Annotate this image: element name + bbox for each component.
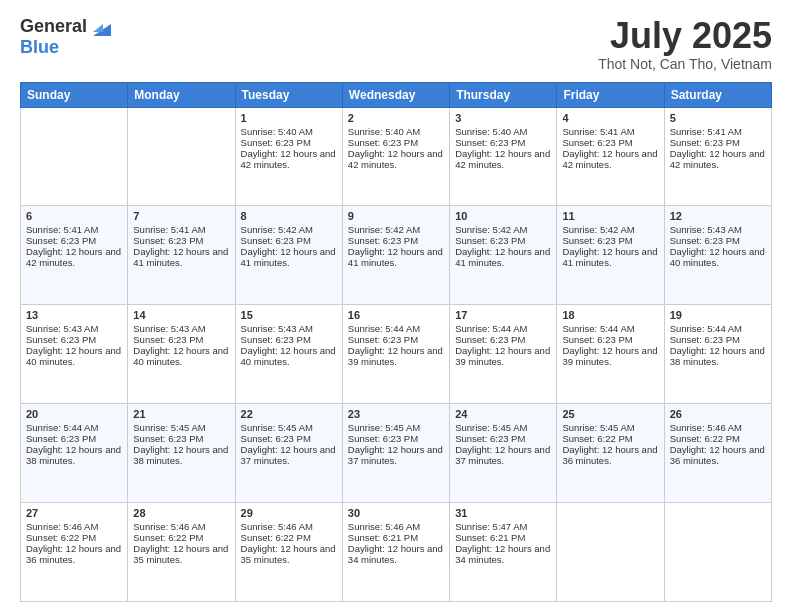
calendar-cell: 23 Sunrise: 5:45 AM Sunset: 6:23 PM Dayl… <box>342 404 449 503</box>
calendar-cell: 5 Sunrise: 5:41 AM Sunset: 6:23 PM Dayli… <box>664 107 771 206</box>
calendar-day-header: Monday <box>128 82 235 107</box>
calendar-cell: 16 Sunrise: 5:44 AM Sunset: 6:23 PM Dayl… <box>342 305 449 404</box>
calendar-day-header: Tuesday <box>235 82 342 107</box>
day-number: 16 <box>348 309 444 321</box>
sunset-text: Sunset: 6:23 PM <box>26 334 96 345</box>
sunrise-text: Sunrise: 5:40 AM <box>455 126 527 137</box>
sunrise-text: Sunrise: 5:44 AM <box>348 323 420 334</box>
daylight-text: Daylight: 12 hours and 40 minutes. <box>26 345 121 367</box>
daylight-text: Daylight: 12 hours and 37 minutes. <box>241 444 336 466</box>
calendar-day-header: Wednesday <box>342 82 449 107</box>
sunset-text: Sunset: 6:23 PM <box>348 235 418 246</box>
daylight-text: Daylight: 12 hours and 35 minutes. <box>133 543 228 565</box>
sunrise-text: Sunrise: 5:46 AM <box>348 521 420 532</box>
calendar-cell: 19 Sunrise: 5:44 AM Sunset: 6:23 PM Dayl… <box>664 305 771 404</box>
calendar-cell: 17 Sunrise: 5:44 AM Sunset: 6:23 PM Dayl… <box>450 305 557 404</box>
daylight-text: Daylight: 12 hours and 40 minutes. <box>241 345 336 367</box>
logo-general-text: General <box>20 16 87 37</box>
calendar-week-row: 20 Sunrise: 5:44 AM Sunset: 6:23 PM Dayl… <box>21 404 772 503</box>
day-number: 9 <box>348 210 444 222</box>
sunset-text: Sunset: 6:22 PM <box>26 532 96 543</box>
calendar-cell: 4 Sunrise: 5:41 AM Sunset: 6:23 PM Dayli… <box>557 107 664 206</box>
daylight-text: Daylight: 12 hours and 42 minutes. <box>241 148 336 170</box>
day-number: 8 <box>241 210 337 222</box>
sunrise-text: Sunrise: 5:41 AM <box>133 224 205 235</box>
calendar-cell <box>128 107 235 206</box>
calendar-cell: 24 Sunrise: 5:45 AM Sunset: 6:23 PM Dayl… <box>450 404 557 503</box>
daylight-text: Daylight: 12 hours and 38 minutes. <box>670 345 765 367</box>
sunset-text: Sunset: 6:23 PM <box>670 137 740 148</box>
svg-marker-1 <box>93 24 103 32</box>
sunrise-text: Sunrise: 5:40 AM <box>348 126 420 137</box>
calendar-day-header: Saturday <box>664 82 771 107</box>
day-number: 22 <box>241 408 337 420</box>
sunrise-text: Sunrise: 5:43 AM <box>241 323 313 334</box>
calendar-cell: 6 Sunrise: 5:41 AM Sunset: 6:23 PM Dayli… <box>21 206 128 305</box>
calendar-cell: 29 Sunrise: 5:46 AM Sunset: 6:22 PM Dayl… <box>235 503 342 602</box>
sunrise-text: Sunrise: 5:44 AM <box>26 422 98 433</box>
day-number: 2 <box>348 112 444 124</box>
daylight-text: Daylight: 12 hours and 34 minutes. <box>348 543 443 565</box>
calendar-cell: 31 Sunrise: 5:47 AM Sunset: 6:21 PM Dayl… <box>450 503 557 602</box>
day-number: 23 <box>348 408 444 420</box>
calendar-cell: 22 Sunrise: 5:45 AM Sunset: 6:23 PM Dayl… <box>235 404 342 503</box>
daylight-text: Daylight: 12 hours and 36 minutes. <box>26 543 121 565</box>
page: General Blue July 2025 Thot Not, Can Tho… <box>0 0 792 612</box>
sunrise-text: Sunrise: 5:40 AM <box>241 126 313 137</box>
sunset-text: Sunset: 6:23 PM <box>133 334 203 345</box>
day-number: 12 <box>670 210 766 222</box>
calendar-cell: 11 Sunrise: 5:42 AM Sunset: 6:23 PM Dayl… <box>557 206 664 305</box>
sunset-text: Sunset: 6:23 PM <box>133 235 203 246</box>
calendar-cell: 20 Sunrise: 5:44 AM Sunset: 6:23 PM Dayl… <box>21 404 128 503</box>
day-number: 26 <box>670 408 766 420</box>
sunset-text: Sunset: 6:23 PM <box>348 334 418 345</box>
calendar-cell: 10 Sunrise: 5:42 AM Sunset: 6:23 PM Dayl… <box>450 206 557 305</box>
sunset-text: Sunset: 6:22 PM <box>670 433 740 444</box>
day-number: 10 <box>455 210 551 222</box>
sunrise-text: Sunrise: 5:45 AM <box>348 422 420 433</box>
day-number: 1 <box>241 112 337 124</box>
day-number: 30 <box>348 507 444 519</box>
sunrise-text: Sunrise: 5:45 AM <box>241 422 313 433</box>
sunset-text: Sunset: 6:23 PM <box>455 235 525 246</box>
day-number: 13 <box>26 309 122 321</box>
calendar-cell <box>664 503 771 602</box>
title-section: July 2025 Thot Not, Can Tho, Vietnam <box>598 16 772 72</box>
sunrise-text: Sunrise: 5:42 AM <box>562 224 634 235</box>
sunset-text: Sunset: 6:23 PM <box>562 137 632 148</box>
calendar-week-row: 27 Sunrise: 5:46 AM Sunset: 6:22 PM Dayl… <box>21 503 772 602</box>
calendar-week-row: 13 Sunrise: 5:43 AM Sunset: 6:23 PM Dayl… <box>21 305 772 404</box>
sunrise-text: Sunrise: 5:42 AM <box>241 224 313 235</box>
calendar-week-row: 6 Sunrise: 5:41 AM Sunset: 6:23 PM Dayli… <box>21 206 772 305</box>
daylight-text: Daylight: 12 hours and 41 minutes. <box>455 246 550 268</box>
logo-blue-text: Blue <box>20 37 59 57</box>
calendar-cell <box>557 503 664 602</box>
calendar-cell: 7 Sunrise: 5:41 AM Sunset: 6:23 PM Dayli… <box>128 206 235 305</box>
sunset-text: Sunset: 6:23 PM <box>241 433 311 444</box>
calendar-cell: 18 Sunrise: 5:44 AM Sunset: 6:23 PM Dayl… <box>557 305 664 404</box>
sunset-text: Sunset: 6:21 PM <box>348 532 418 543</box>
calendar-cell <box>21 107 128 206</box>
sunrise-text: Sunrise: 5:44 AM <box>670 323 742 334</box>
sunset-text: Sunset: 6:23 PM <box>26 433 96 444</box>
sunrise-text: Sunrise: 5:46 AM <box>670 422 742 433</box>
calendar-cell: 3 Sunrise: 5:40 AM Sunset: 6:23 PM Dayli… <box>450 107 557 206</box>
header: General Blue July 2025 Thot Not, Can Tho… <box>20 16 772 72</box>
daylight-text: Daylight: 12 hours and 37 minutes. <box>348 444 443 466</box>
day-number: 3 <box>455 112 551 124</box>
sunset-text: Sunset: 6:23 PM <box>348 433 418 444</box>
day-number: 18 <box>562 309 658 321</box>
day-number: 19 <box>670 309 766 321</box>
sunset-text: Sunset: 6:23 PM <box>26 235 96 246</box>
daylight-text: Daylight: 12 hours and 41 minutes. <box>241 246 336 268</box>
sunset-text: Sunset: 6:23 PM <box>562 235 632 246</box>
month-title: July 2025 <box>598 16 772 56</box>
calendar-cell: 25 Sunrise: 5:45 AM Sunset: 6:22 PM Dayl… <box>557 404 664 503</box>
calendar-day-header: Thursday <box>450 82 557 107</box>
daylight-text: Daylight: 12 hours and 39 minutes. <box>455 345 550 367</box>
calendar-cell: 9 Sunrise: 5:42 AM Sunset: 6:23 PM Dayli… <box>342 206 449 305</box>
sunset-text: Sunset: 6:22 PM <box>241 532 311 543</box>
daylight-text: Daylight: 12 hours and 36 minutes. <box>562 444 657 466</box>
calendar-table: SundayMondayTuesdayWednesdayThursdayFrid… <box>20 82 772 602</box>
calendar-cell: 15 Sunrise: 5:43 AM Sunset: 6:23 PM Dayl… <box>235 305 342 404</box>
